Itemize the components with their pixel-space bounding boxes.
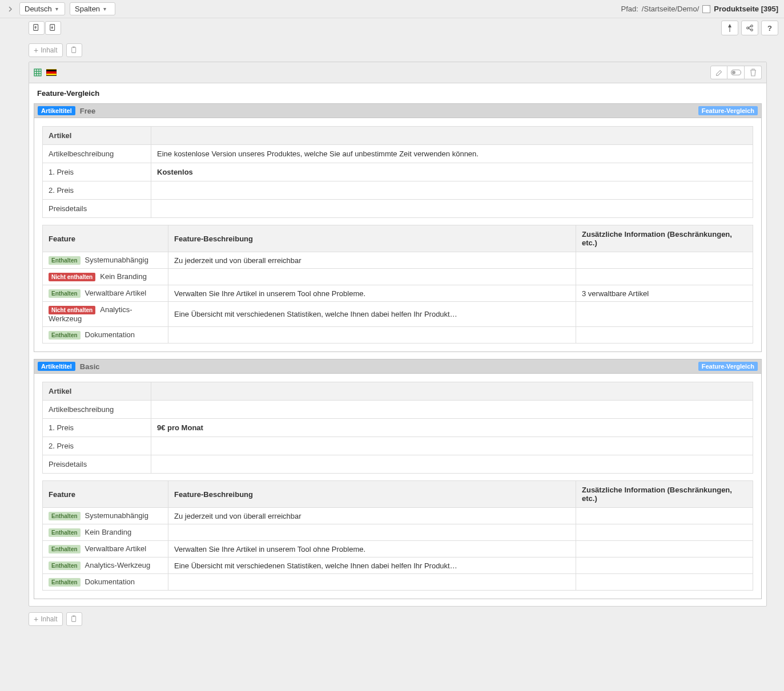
pill-enthalten: Enthalten bbox=[49, 561, 81, 570]
chevron-down-icon: ▾ bbox=[55, 6, 58, 12]
secondbar-right: ? bbox=[721, 21, 778, 35]
block-header-left bbox=[34, 68, 57, 76]
pill-enthalten: Enthalten bbox=[49, 545, 81, 553]
feature-row: EnthaltenKein Branding bbox=[43, 524, 753, 541]
pill-enthalten: Enthalten bbox=[49, 256, 81, 265]
table-row: 1. Preis9€ pro Monat bbox=[43, 419, 753, 437]
secondbar-left bbox=[29, 21, 61, 35]
row-value: Eine kostenlose Version unseres Produkte… bbox=[151, 145, 753, 163]
feature-vergleich-block: Feature-Vergleich ArtikeltitelFreeFeatur… bbox=[29, 62, 767, 607]
feature-extra bbox=[576, 252, 753, 269]
pill-nicht-enthalten: Nicht enthalten bbox=[49, 306, 95, 314]
feature-extra: 3 verwaltbare Artikel bbox=[576, 285, 753, 302]
row-label: 1. Preis bbox=[43, 419, 151, 437]
feature-name: Kein Branding bbox=[100, 272, 147, 281]
item-bar[interactable]: ArtikeltitelBasicFeature-Vergleich bbox=[34, 359, 762, 374]
feature-row: EnthaltenSystemunabhängigZu jederzeit un… bbox=[43, 508, 753, 524]
row-label: Artikelbeschreibung bbox=[43, 401, 151, 419]
feature-desc bbox=[168, 574, 576, 591]
grid-icon bbox=[34, 68, 42, 76]
feature-cell: EnthaltenSystemunabhängig bbox=[43, 252, 168, 269]
share-button[interactable] bbox=[741, 21, 758, 35]
cache-button[interactable] bbox=[721, 21, 738, 35]
edit-button[interactable] bbox=[710, 66, 727, 79]
row-label: 1. Preis bbox=[43, 163, 151, 181]
feature-extra bbox=[576, 302, 753, 327]
row-label: Preisdetails bbox=[43, 455, 151, 474]
help-button[interactable]: ? bbox=[761, 21, 778, 35]
svg-line-6 bbox=[749, 29, 751, 30]
add-content-label: Inhalt bbox=[41, 46, 57, 54]
feature-row: EnthaltenDokumentation bbox=[43, 574, 753, 591]
svg-rect-8 bbox=[73, 46, 75, 48]
row-value bbox=[151, 127, 753, 145]
feature-name: Verwaltbare Artikel bbox=[85, 544, 147, 553]
item-basic: ArtikeltitelBasicFeature-VergleichArtike… bbox=[34, 359, 762, 599]
paste-button[interactable] bbox=[66, 612, 82, 626]
feature-cell: EnthaltenDokumentation bbox=[43, 327, 168, 344]
row-value bbox=[151, 382, 753, 401]
svg-line-5 bbox=[749, 26, 751, 27]
add-content-row-bottom: + Inhalt bbox=[29, 612, 767, 626]
row-value bbox=[151, 200, 753, 218]
svg-rect-9 bbox=[34, 69, 41, 76]
add-content-button[interactable]: + Inhalt bbox=[29, 612, 63, 626]
tag-feature-vergleich: Feature-Vergleich bbox=[698, 362, 758, 371]
paste-button[interactable] bbox=[66, 43, 82, 57]
feature-desc: Eine Übersicht mit verschiedenen Statist… bbox=[168, 557, 576, 574]
feature-desc: Verwalten Sie Ihre Artikel in unserem To… bbox=[168, 541, 576, 557]
tag-feature-vergleich: Feature-Vergleich bbox=[698, 106, 758, 115]
expand-sidebar-icon[interactable] bbox=[6, 5, 15, 14]
feature-cell: EnthaltenDokumentation bbox=[43, 574, 168, 591]
feature-row: EnthaltenSystemunabhängigZu jederzeit un… bbox=[43, 252, 753, 269]
layout-select-label: Spalten bbox=[75, 5, 100, 13]
toggle-button[interactable] bbox=[727, 66, 745, 79]
tag-artikeltitel: Artikeltitel bbox=[38, 106, 75, 115]
item-bar-left: ArtikeltitelFree bbox=[38, 106, 95, 115]
feature-row: EnthaltenDokumentation bbox=[43, 327, 753, 344]
feature-name: Verwaltbare Artikel bbox=[85, 289, 147, 297]
feature-cell: EnthaltenVerwaltbare Artikel bbox=[43, 285, 168, 302]
feature-extra bbox=[576, 269, 753, 285]
page-icon bbox=[702, 5, 710, 13]
row-label: Artikel bbox=[43, 127, 151, 145]
item-free: ArtikeltitelFreeFeature-VergleichArtikel… bbox=[34, 103, 762, 352]
import-button[interactable] bbox=[29, 21, 45, 35]
item-body: ArtikelArtikelbeschreibungEine kostenlos… bbox=[34, 118, 762, 352]
layout-select[interactable]: Spalten ▾ bbox=[70, 2, 115, 15]
breadcrumb: Pfad: /Startseite/Demo/ Produktseite [39… bbox=[621, 5, 779, 13]
feature-cell: EnthaltenVerwaltbare Artikel bbox=[43, 541, 168, 557]
table-header-row: FeatureFeature-BeschreibungZusätzliche I… bbox=[43, 481, 753, 508]
item-bar[interactable]: ArtikeltitelFreeFeature-Vergleich bbox=[34, 103, 762, 118]
item-body: ArtikelArtikelbeschreibung1. Preis9€ pro… bbox=[34, 374, 762, 599]
svg-rect-17 bbox=[73, 615, 75, 617]
chevron-down-icon: ▾ bbox=[103, 6, 106, 12]
language-select[interactable]: Deutsch ▾ bbox=[19, 2, 65, 15]
feature-row: EnthaltenVerwaltbare ArtikelVerwalten Si… bbox=[43, 541, 753, 557]
tag-artikeltitel: Artikeltitel bbox=[38, 362, 75, 371]
artikel-table: ArtikelArtikelbeschreibungEine kostenlos… bbox=[42, 126, 753, 218]
feature-cell: EnthaltenSystemunabhängig bbox=[43, 508, 168, 524]
col-feature: Feature bbox=[43, 481, 168, 508]
feature-extra bbox=[576, 524, 753, 541]
flag-de-icon bbox=[46, 69, 57, 76]
feature-desc: Zu jederzeit und von überall erreichbar bbox=[168, 252, 576, 269]
row-label: 2. Preis bbox=[43, 181, 151, 200]
feature-extra bbox=[576, 327, 753, 344]
export-button[interactable] bbox=[45, 21, 61, 35]
pill-enthalten: Enthalten bbox=[49, 289, 81, 298]
feature-name: Dokumentation bbox=[85, 577, 135, 586]
row-value bbox=[151, 401, 753, 419]
table-row: 2. Preis bbox=[43, 181, 753, 200]
table-row: Preisdetails bbox=[43, 455, 753, 474]
feature-desc bbox=[168, 327, 576, 344]
delete-button[interactable] bbox=[745, 66, 762, 79]
add-content-button[interactable]: + Inhalt bbox=[29, 43, 63, 57]
pill-enthalten: Enthalten bbox=[49, 578, 81, 587]
table-header-row: FeatureFeature-BeschreibungZusätzliche I… bbox=[43, 225, 753, 252]
feature-name: Analytics-Werkzeug bbox=[85, 561, 151, 569]
col-feature: Feature bbox=[43, 225, 168, 252]
path-label: Pfad: bbox=[621, 5, 638, 13]
feature-row: Nicht enthaltenAnalytics-WerkzeugEine Üb… bbox=[43, 302, 753, 327]
block-header bbox=[29, 62, 766, 83]
